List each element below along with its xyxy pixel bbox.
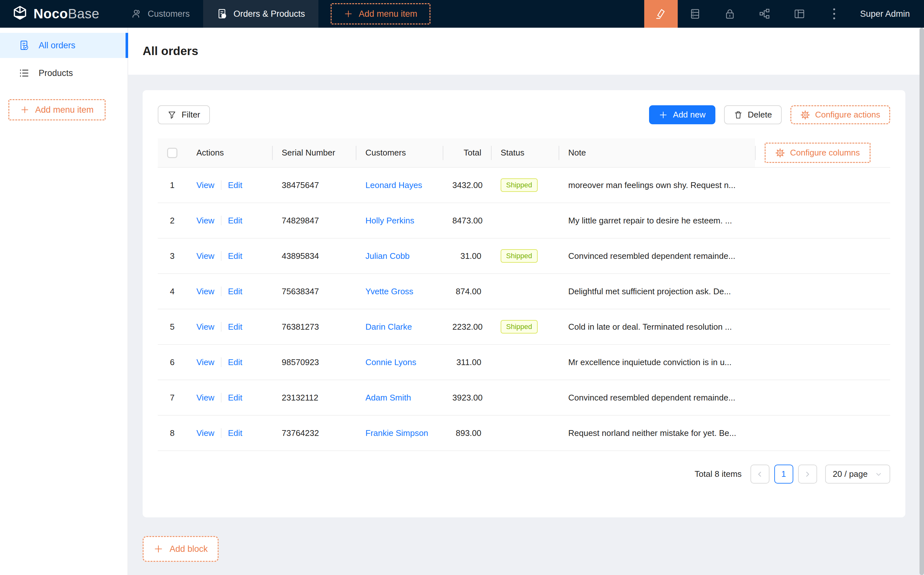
order-note: moreover man feelings own shy. Request n…: [568, 180, 745, 190]
action-separator: [221, 180, 222, 190]
edit-link[interactable]: Edit: [228, 393, 243, 402]
page-header: All orders: [128, 28, 924, 75]
tab-customers[interactable]: Customers: [117, 0, 203, 28]
page-content: Filter Add new Delete Conf: [128, 75, 924, 575]
view-link[interactable]: View: [196, 180, 214, 190]
pagination-page-1[interactable]: 1: [774, 465, 793, 484]
trash-icon: [734, 110, 743, 119]
action-separator: [221, 286, 222, 296]
order-note: Cold in late or deal. Terminated resolut…: [568, 322, 745, 332]
chevron-right-icon: [803, 470, 812, 478]
order-total: 3923.00: [452, 393, 483, 402]
pagination-next-button[interactable]: [798, 465, 817, 484]
table-row: 2ViewEdit74829847Holly Perkins8473.00My …: [158, 203, 890, 238]
nocobase-logo[interactable]: NocoBase: [0, 0, 117, 28]
sidebar: All orders Products Add menu item: [0, 28, 128, 575]
customer-link[interactable]: Yvette Gross: [365, 286, 413, 296]
workflow-button[interactable]: [756, 0, 774, 28]
sidebar-item-products[interactable]: Products: [0, 60, 127, 86]
action-separator: [221, 216, 222, 226]
database-icon: [689, 8, 701, 20]
filter-button[interactable]: Filter: [158, 105, 210, 124]
serial-number: 98570923: [282, 357, 319, 367]
edit-link[interactable]: Edit: [228, 251, 243, 261]
view-link[interactable]: View: [196, 251, 214, 261]
customer-link[interactable]: Leonard Hayes: [365, 180, 422, 190]
top-right-controls: Super Admin: [644, 0, 924, 28]
edit-link[interactable]: Edit: [228, 428, 243, 438]
vertical-scrollbar[interactable]: [919, 28, 924, 575]
ellipsis-vertical-icon: [833, 8, 835, 19]
customer-link[interactable]: Holly Perkins: [365, 216, 414, 226]
current-user[interactable]: Super Admin: [860, 9, 910, 19]
customer-link[interactable]: Darin Clarke: [365, 322, 412, 332]
view-link[interactable]: View: [196, 286, 214, 296]
tab-label: Customers: [148, 9, 190, 19]
configure-actions-button[interactable]: Configure actions: [791, 105, 890, 124]
row-index: 5: [170, 322, 175, 332]
column-header-status: Status: [501, 148, 524, 157]
view-link[interactable]: View: [196, 357, 214, 367]
add-block-button[interactable]: Add block: [143, 536, 219, 562]
orders-table-block: Filter Add new Delete Conf: [143, 90, 905, 517]
more-button[interactable]: [825, 0, 843, 28]
workflow-icon: [759, 8, 770, 20]
plugins-layout-button[interactable]: [791, 0, 808, 28]
customer-link[interactable]: Adam Smith: [365, 393, 411, 402]
order-total: 31.00: [460, 251, 481, 261]
nocobase-logo-icon: [11, 5, 29, 22]
sidebar-item-label: Products: [39, 68, 73, 78]
tab-orders-products[interactable]: Orders & Products: [203, 0, 318, 28]
configure-columns-button[interactable]: Configure columns: [765, 143, 870, 163]
serial-number: 76381273: [282, 322, 319, 332]
users-icon: [131, 8, 142, 19]
ui-editor-button[interactable]: [644, 0, 678, 28]
view-link[interactable]: View: [196, 322, 214, 332]
page-size-select[interactable]: 20 / page: [825, 465, 890, 484]
customer-link[interactable]: Connie Lyons: [365, 357, 416, 367]
status-badge: Shipped: [501, 320, 538, 334]
column-header-total: Total: [464, 148, 481, 157]
edit-link[interactable]: Edit: [228, 180, 243, 190]
access-control-button[interactable]: [721, 0, 739, 28]
collections-button[interactable]: [686, 0, 704, 28]
pagination-prev-button[interactable]: [751, 465, 770, 484]
table-row: 1ViewEdit38475647Leonard Hayes3432.00Shi…: [158, 167, 890, 203]
action-separator: [221, 322, 222, 332]
edit-link[interactable]: Edit: [228, 357, 243, 367]
column-header-customers: Customers: [365, 148, 406, 157]
action-separator: [221, 251, 222, 261]
add-new-button[interactable]: Add new: [649, 105, 715, 124]
add-menu-item-button-header[interactable]: Add menu item: [331, 3, 430, 24]
view-link[interactable]: View: [196, 393, 214, 402]
gear-icon: [800, 110, 810, 120]
order-total: 2232.00: [452, 322, 483, 332]
add-menu-item-button-sidebar[interactable]: Add menu item: [8, 99, 106, 121]
table-row: 7ViewEdit23132112Adam Smith3923.00Convin…: [158, 380, 890, 415]
table-row: 3ViewEdit43895834Julian Cobb31.00Shipped…: [158, 238, 890, 274]
serial-number: 43895834: [282, 251, 319, 261]
edit-link[interactable]: Edit: [228, 286, 243, 296]
row-index: 6: [170, 357, 175, 367]
order-total: 311.00: [456, 357, 481, 367]
edit-link[interactable]: Edit: [228, 322, 243, 332]
order-total: 3432.00: [452, 180, 483, 190]
row-index: 7: [170, 393, 175, 402]
sidebar-item-all-orders[interactable]: All orders: [0, 33, 127, 58]
filter-icon: [167, 110, 176, 119]
view-link[interactable]: View: [196, 216, 214, 226]
view-link[interactable]: View: [196, 428, 214, 438]
select-all-checkbox[interactable]: [167, 148, 178, 158]
action-separator: [221, 428, 222, 438]
order-note: Mr excellence inquietude conviction is i…: [568, 357, 745, 367]
brand-name: NocoBase: [33, 6, 100, 22]
customer-link[interactable]: Frankie Simpson: [365, 428, 428, 438]
table-row: 5ViewEdit76381273Darin Clarke2232.00Ship…: [158, 309, 890, 345]
plus-icon: [344, 10, 353, 18]
edit-link[interactable]: Edit: [228, 216, 243, 226]
delete-button[interactable]: Delete: [724, 105, 782, 124]
pagination-total: Total 8 items: [695, 469, 742, 479]
list-icon: [19, 68, 30, 79]
tab-label: Orders & Products: [233, 9, 305, 19]
customer-link[interactable]: Julian Cobb: [365, 251, 410, 261]
